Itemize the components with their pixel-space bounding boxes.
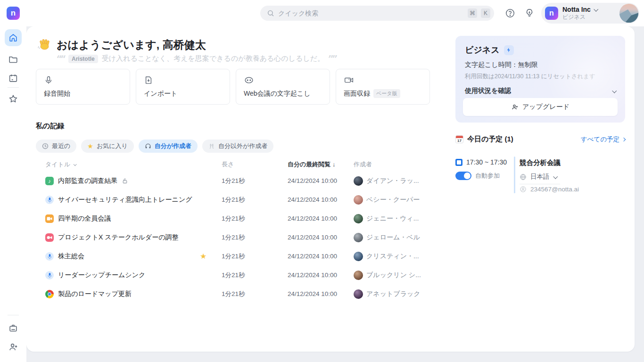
sidebar-item-invite-member[interactable] bbox=[5, 338, 22, 355]
user-avatar[interactable] bbox=[619, 4, 638, 23]
event-divider bbox=[514, 156, 515, 193]
chrome-icon bbox=[45, 290, 54, 298]
beta-badge: ベータ版 bbox=[373, 89, 400, 98]
table-row[interactable]: リーダーシップチームシンク 1分21秒 24/12/2024 10:00 ブルッ… bbox=[45, 266, 455, 285]
auto-join-label: 自動参加 bbox=[475, 172, 500, 180]
record-length: 1分21秒 bbox=[222, 285, 245, 304]
k-key: K bbox=[481, 8, 490, 18]
filter-label: 最近の bbox=[52, 142, 70, 150]
calendar-icon bbox=[8, 73, 18, 83]
record-last-viewed: 24/12/2024 10:00 bbox=[288, 172, 337, 190]
record-title[interactable]: 株主総会 bbox=[58, 252, 84, 261]
column-length: 長さ bbox=[222, 160, 234, 169]
table-row[interactable]: プロジェクトX ステークホルダーの調整 1分21秒 24/12/2024 10:… bbox=[45, 228, 455, 247]
help-icon[interactable] bbox=[505, 8, 515, 18]
auto-join-toggle[interactable] bbox=[455, 172, 471, 180]
quote-author-badge: Aristotle bbox=[68, 55, 98, 63]
import-file-icon bbox=[144, 75, 222, 85]
mic-record-icon bbox=[45, 252, 54, 261]
greeting-title: おはようございます, 高桥健太 bbox=[57, 38, 206, 52]
creator-name: クリスティン・... bbox=[366, 252, 419, 261]
record-length: 1分21秒 bbox=[222, 266, 245, 285]
sidebar-item-home[interactable] bbox=[5, 29, 22, 46]
records-table-header: タイトル 長さ 自分の最終閲覧 ↓ 作成者 bbox=[45, 160, 455, 170]
workspace-logo: n bbox=[545, 7, 558, 20]
record-title[interactable]: プロジェクトX ステークホルダーの調整 bbox=[58, 233, 179, 242]
web-meeting-transcribe-card[interactable]: Web会議の文字起こし bbox=[236, 69, 330, 105]
close-quote-icon: ”” bbox=[328, 56, 336, 62]
creator-avatar bbox=[354, 214, 363, 223]
creator-name: ベシー・クーパー bbox=[366, 196, 420, 204]
record-length: 1分21秒 bbox=[222, 172, 245, 190]
filter-favorites[interactable]: ★ お気に入り bbox=[81, 140, 133, 153]
sidebar-item-calendar[interactable] bbox=[5, 70, 22, 87]
notta-logo[interactable]: n bbox=[7, 7, 20, 20]
action-label: 録音開始 bbox=[44, 90, 122, 98]
record-title[interactable]: 製品のロードマップ更新 bbox=[58, 290, 132, 298]
video-meeting-icon bbox=[45, 214, 54, 223]
creator-name: アネットブラック bbox=[366, 290, 421, 298]
table-row[interactable]: 四半期の全員会議 1分21秒 24/12/2024 10:00 ジェニー・ウィ.… bbox=[45, 209, 455, 228]
start-recording-card[interactable]: 録音開始 bbox=[36, 69, 130, 105]
record-title[interactable]: リーダーシップチームシンク bbox=[58, 271, 145, 280]
bot-icon bbox=[244, 75, 322, 85]
sidebar-item-favorites[interactable] bbox=[5, 90, 22, 107]
creator-avatar bbox=[354, 252, 363, 261]
workspace-plan: ビジネス bbox=[562, 14, 597, 21]
main-panel: おはようございます, 高桥健太 ““ Aristotle 受け入れることなく、考… bbox=[26, 26, 635, 352]
whats-new-bulb-icon[interactable] bbox=[524, 8, 535, 18]
filter-recent[interactable]: 最近の bbox=[36, 140, 76, 153]
lightning-icon bbox=[504, 45, 514, 55]
calendar-icon: 17 bbox=[455, 135, 463, 143]
record-title[interactable]: サイバーセキュリティ意識向上トレーニング bbox=[58, 196, 192, 204]
creator-avatar bbox=[354, 271, 363, 280]
quick-search[interactable]: ⌘ K bbox=[260, 6, 494, 21]
event-title[interactable]: 競合分析会議 bbox=[520, 158, 561, 167]
chevron-down-icon bbox=[553, 174, 558, 179]
record-last-viewed: 24/12/2024 10:00 bbox=[288, 228, 337, 247]
all-schedules-link[interactable]: すべての予定 bbox=[581, 135, 625, 144]
sidebar-item-folders[interactable] bbox=[5, 51, 22, 68]
event-time: 17:30 ~ 17:30 bbox=[466, 158, 507, 166]
action-label: Web会議の文字起こし bbox=[244, 90, 322, 98]
action-label: 画面収録 bbox=[344, 90, 370, 98]
plan-name: ビジネス bbox=[465, 44, 500, 56]
sidebar-divider bbox=[8, 315, 19, 315]
filter-created-by-me[interactable]: 自分が作成者 bbox=[139, 140, 198, 153]
creator-name: ブルックリン シ... bbox=[366, 271, 421, 280]
filter-created-by-others[interactable]: 自分以外が作成者 bbox=[202, 140, 273, 153]
screen-record-card[interactable]: 画面収録ベータ版 bbox=[336, 69, 430, 105]
globe-icon bbox=[520, 173, 527, 181]
screen-record-icon bbox=[344, 75, 422, 85]
record-title[interactable]: 内部監査の調査結果 bbox=[58, 177, 117, 185]
favorite-star-icon[interactable]: ★ bbox=[200, 247, 206, 266]
chevron-down-icon bbox=[612, 88, 617, 93]
record-title[interactable]: 四半期の全員会議 bbox=[58, 214, 111, 223]
star-icon: ★ bbox=[87, 143, 93, 149]
search-icon bbox=[267, 9, 274, 17]
import-card[interactable]: インポート bbox=[136, 69, 230, 105]
sidebar-item-workspace-tools[interactable] bbox=[5, 320, 22, 337]
table-row[interactable]: 製品のロードマップ更新 1分21秒 24/12/2024 10:00 アネットブ… bbox=[45, 285, 455, 304]
audio-file-icon: ♪ bbox=[45, 177, 54, 185]
top-bar: n ⌘ K n Notta Inc ビジネス bbox=[0, 0, 644, 26]
wave-hand-icon bbox=[37, 36, 52, 51]
schedule-event[interactable]: 17:30 ~ 17:30 自動参加 競合分析会議 日本語 234567@not… bbox=[455, 155, 625, 197]
table-row[interactable]: ♪ 内部監査の調査結果 1分21秒 24/12/2024 10:00 ダイアン・… bbox=[45, 172, 455, 190]
search-input[interactable] bbox=[278, 9, 464, 17]
cmd-key: ⌘ bbox=[468, 8, 477, 18]
column-title[interactable]: タイトル bbox=[45, 160, 76, 169]
creator-avatar bbox=[354, 233, 363, 242]
event-language-select[interactable]: 日本語 bbox=[520, 173, 560, 184]
action-label: インポート bbox=[144, 90, 222, 98]
record-last-viewed: 24/12/2024 10:00 bbox=[288, 266, 337, 285]
table-row[interactable]: 株主総会 ★ 1分21秒 24/12/2024 10:00 クリスティン・... bbox=[45, 247, 455, 266]
record-last-viewed: 24/12/2024 10:00 bbox=[288, 190, 337, 209]
quick-actions: 録音開始 インポート Web会議の文字起こし 画面収録ベータ版 bbox=[36, 69, 430, 105]
upgrade-button[interactable]: アップグレード bbox=[463, 98, 618, 116]
creator-name: ジェローム・ベル bbox=[366, 233, 420, 242]
usage-status-toggle[interactable]: 使用状況を確認 bbox=[465, 87, 616, 95]
home-icon bbox=[8, 33, 18, 43]
column-last-viewed[interactable]: 自分の最終閲覧 ↓ bbox=[288, 160, 335, 169]
table-row[interactable]: サイバーセキュリティ意識向上トレーニング 1分21秒 24/12/2024 10… bbox=[45, 190, 455, 209]
